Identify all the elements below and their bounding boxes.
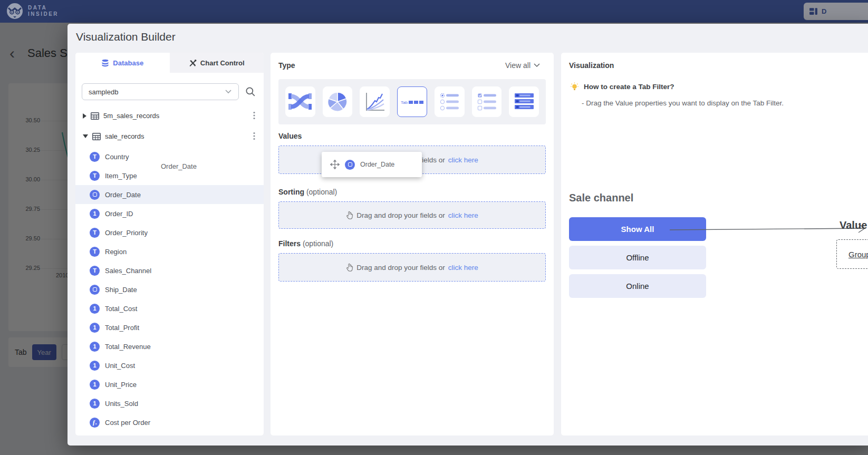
field-type-date-icon bbox=[345, 160, 355, 170]
field-type-date-icon bbox=[90, 190, 100, 200]
sorting-section-label: Sorting (optional) bbox=[278, 188, 337, 196]
field-label: Item_Type bbox=[105, 172, 137, 180]
lightbulb-icon bbox=[570, 82, 579, 91]
field-label: Total_Cost bbox=[105, 305, 137, 313]
kebab-menu-icon[interactable] bbox=[253, 111, 255, 120]
chart-type-line-chart[interactable] bbox=[360, 86, 390, 117]
sorting-dropzone[interactable]: Drag and drop your fields or click here bbox=[278, 201, 546, 229]
tab-chart-control[interactable]: Chart Control bbox=[170, 53, 264, 73]
modal-title: Visualization Builder bbox=[76, 31, 176, 43]
field-row-country[interactable]: TCountry bbox=[75, 147, 264, 166]
field-label: Region bbox=[105, 248, 127, 256]
chart-type-radio-list[interactable] bbox=[435, 86, 465, 117]
field-label: Order_ID bbox=[105, 210, 133, 218]
brand-line-1: DATA bbox=[28, 5, 59, 11]
field-row-order_id[interactable]: 1Order_ID bbox=[75, 204, 264, 223]
field-type-text-icon: T bbox=[90, 247, 100, 257]
chart-type-menu-list[interactable] bbox=[509, 86, 539, 117]
tab-database[interactable]: Database bbox=[75, 53, 170, 73]
chart-type-checkbox-list[interactable] bbox=[472, 86, 502, 117]
tip-body: - Drag the Value properties you want to … bbox=[582, 99, 784, 107]
filters-section-label: Filters (optional) bbox=[278, 239, 333, 248]
field-type-number-icon: 1 bbox=[90, 380, 100, 390]
table-node-5m_sales_records[interactable]: 5m_sales_records bbox=[75, 105, 264, 126]
click-here-link[interactable]: click here bbox=[448, 211, 478, 219]
annotation-group-box: Group bbox=[836, 239, 868, 269]
field-label: Order_Priority bbox=[105, 229, 148, 237]
dropzone-text: Drag and drop your fields or bbox=[356, 264, 445, 272]
field-type-number-icon: 1 bbox=[90, 304, 100, 314]
field-row-total_cost[interactable]: 1Total_Cost bbox=[75, 299, 264, 318]
field-row-order_date[interactable]: Order_Date bbox=[75, 185, 264, 204]
view-all-label: View all bbox=[505, 61, 531, 70]
kebab-menu-icon[interactable] bbox=[253, 132, 255, 140]
field-row-unit_price[interactable]: 1Unit_Price bbox=[75, 375, 264, 394]
visualization-panel: Visualization How to create a Tab Filter… bbox=[561, 53, 868, 435]
chevron-down-icon[interactable] bbox=[225, 90, 232, 94]
caret-down-icon[interactable] bbox=[83, 134, 88, 138]
field-type-text-icon: T bbox=[90, 266, 100, 276]
field-row-ship_date[interactable]: Ship_Date bbox=[75, 280, 264, 299]
field-row-sales_channel[interactable]: TSales_Channel bbox=[75, 261, 264, 280]
field-type-number-icon: 1 bbox=[90, 342, 100, 352]
table-name: 5m_sales_records bbox=[103, 112, 159, 120]
field-row-total_profit[interactable]: 1Total_Profit bbox=[75, 318, 264, 337]
annotation-group-link[interactable]: Group bbox=[848, 250, 868, 259]
field-row-order_priority[interactable]: TOrder_Priority bbox=[75, 223, 264, 242]
chart-type-sankey[interactable] bbox=[285, 86, 315, 117]
table-node-sale_records[interactable]: sale_records bbox=[75, 126, 264, 147]
chip-label: Order_Date bbox=[360, 161, 394, 168]
brand-logo: DATA INSIDER bbox=[6, 3, 59, 20]
field-label: Country bbox=[105, 153, 129, 161]
search-icon[interactable] bbox=[245, 86, 256, 97]
view-all-button[interactable]: View all bbox=[505, 61, 540, 70]
field-row-region[interactable]: TRegion bbox=[75, 242, 264, 261]
annotation-value-label: Value bbox=[840, 219, 867, 231]
svg-text:Tab: Tab bbox=[401, 100, 408, 105]
preview-option-offline[interactable]: Offline bbox=[569, 246, 706, 269]
move-icon bbox=[330, 160, 340, 169]
chart-type-pie[interactable] bbox=[323, 86, 353, 117]
owl-logo-icon bbox=[6, 3, 23, 20]
field-label: Unit_Price bbox=[105, 381, 137, 389]
field-type-text-icon: T bbox=[90, 152, 100, 162]
table-icon bbox=[91, 112, 99, 120]
type-section-label: Type bbox=[278, 61, 295, 70]
chart-type-tab-filter[interactable]: Tab bbox=[397, 86, 427, 117]
field-type-number-icon: 1 bbox=[90, 361, 100, 371]
preview-option-online[interactable]: Online bbox=[569, 274, 706, 298]
field-row-item_type[interactable]: TItem_Type bbox=[75, 166, 264, 185]
field-type-formula-icon: ƒ. bbox=[90, 418, 100, 428]
field-label: Sales_Channel bbox=[105, 267, 151, 275]
field-type-number-icon: 1 bbox=[90, 323, 100, 333]
database-panel: Database Chart Control 5m_sales_recor bbox=[75, 53, 264, 435]
panel-tabs: Database Chart Control bbox=[75, 53, 264, 73]
filters-dropzone[interactable]: Drag and drop your fields or click here bbox=[278, 253, 546, 282]
field-label: Unit_Cost bbox=[105, 362, 135, 370]
dashboard-button-label: D bbox=[822, 7, 826, 15]
caret-right-icon[interactable] bbox=[83, 113, 86, 119]
field-row-unit_cost[interactable]: 1Unit_Cost bbox=[75, 356, 264, 375]
visualization-builder-modal: Visualization Builder Database Chart Con… bbox=[67, 24, 868, 446]
field-row-units_sold[interactable]: 1Units_Sold bbox=[75, 394, 264, 413]
field-label: Cost per Order bbox=[105, 419, 150, 427]
tip-title: How to create a Tab Filter? bbox=[570, 82, 674, 91]
dashboard-mode-button[interactable]: D bbox=[804, 3, 868, 20]
dropzone-text: Drag and drop your fields or bbox=[356, 211, 445, 219]
click-here-link[interactable]: click here bbox=[448, 264, 478, 272]
chevron-down-icon bbox=[534, 63, 540, 67]
database-select[interactable] bbox=[82, 83, 239, 100]
dragged-field-chip[interactable]: Order_Date bbox=[322, 152, 422, 177]
table-icon bbox=[92, 133, 101, 140]
table-name: sale_records bbox=[105, 132, 144, 140]
field-type-text-icon: T bbox=[90, 228, 100, 238]
annotation-arrow bbox=[670, 222, 868, 235]
tab-chart-control-label: Chart Control bbox=[200, 59, 245, 67]
field-label: Units_Sold bbox=[105, 400, 138, 408]
preview-chart-title: Sale channel bbox=[569, 192, 633, 204]
click-here-link[interactable]: click here bbox=[448, 156, 478, 164]
field-row-total_revenue[interactable]: 1Total_Revenue bbox=[75, 337, 264, 356]
chart-type-strip: Tab bbox=[278, 79, 546, 124]
field-row-cost-per-order[interactable]: ƒ.Cost per Order bbox=[75, 413, 264, 432]
field-label: Ship_Date bbox=[105, 286, 137, 294]
